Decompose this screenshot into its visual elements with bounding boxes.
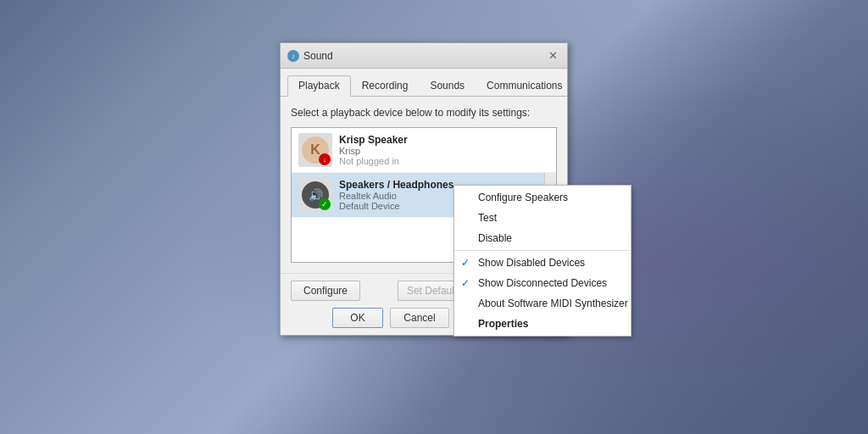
- ctx-test[interactable]: Test: [454, 208, 631, 228]
- ctx-configure-speakers[interactable]: Configure Speakers: [454, 187, 631, 208]
- cancel-button[interactable]: Cancel: [390, 308, 449, 328]
- tab-sounds[interactable]: Sounds: [419, 75, 476, 96]
- ctx-disable[interactable]: Disable: [454, 228, 631, 248]
- krisp-info: Krisp Speaker Krisp Not plugged in: [339, 134, 549, 166]
- tab-playback[interactable]: Playback: [287, 75, 351, 97]
- device-icon-krisp: K ↓: [298, 133, 332, 167]
- ctx-properties[interactable]: Properties: [454, 314, 631, 334]
- ctx-show-disconnected[interactable]: Show Disconnected Devices: [454, 273, 631, 293]
- tab-bar: Playback Recording Sounds Communications: [281, 69, 567, 97]
- ctx-about-midi[interactable]: About Software MIDI Synthesizer: [454, 293, 631, 314]
- context-menu: Configure Speakers Test Disable Show Dis…: [453, 185, 632, 337]
- krisp-name: Krisp Speaker: [339, 134, 549, 146]
- dialog-titlebar: ♪ Sound ✕: [281, 43, 567, 69]
- dialog-title: Sound: [303, 50, 333, 62]
- instruction-text: Select a playback device below to modify…: [291, 107, 557, 119]
- close-button[interactable]: ✕: [545, 48, 560, 64]
- tab-communications[interactable]: Communications: [476, 75, 573, 96]
- krisp-sub: Krisp: [339, 146, 549, 156]
- dialog-title-left: ♪ Sound: [287, 50, 333, 62]
- krisp-status-badge: ↓: [319, 153, 331, 165]
- krisp-status: Not plugged in: [339, 156, 549, 166]
- device-item-krisp[interactable]: K ↓ Krisp Speaker Krisp Not plugged in: [292, 128, 556, 173]
- device-icon-speakers: 🔊 ✓: [298, 178, 332, 212]
- ok-button[interactable]: OK: [332, 308, 383, 328]
- configure-button[interactable]: Configure: [291, 281, 360, 301]
- ctx-show-disabled[interactable]: Show Disabled Devices: [454, 253, 631, 273]
- speakers-status-badge: ✓: [319, 198, 331, 210]
- tab-recording[interactable]: Recording: [351, 75, 420, 96]
- ctx-separator-1: [454, 250, 631, 251]
- sound-icon: ♪: [287, 50, 299, 62]
